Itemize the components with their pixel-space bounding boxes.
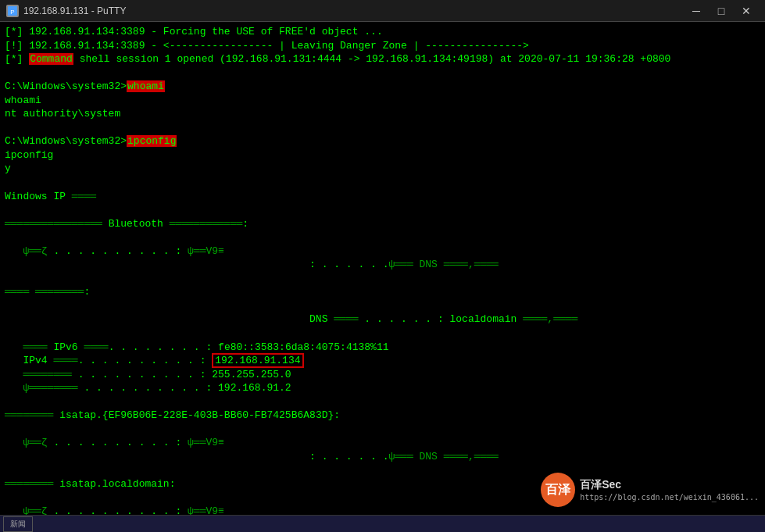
terminal-line: [5, 395, 760, 409]
terminal-line: [5, 272, 760, 286]
watermark-site: 百泽Sec: [580, 477, 759, 492]
terminal-line: C:\Windows\system32>ipconfig: [5, 134, 760, 148]
terminal-line: y: [5, 162, 760, 176]
terminal-line: ════════════════ Bluetooth ════════════:: [5, 217, 760, 231]
terminal-line: nt authority\system: [5, 107, 760, 121]
svg-text:P: P: [10, 9, 14, 16]
terminal-line: [5, 423, 760, 437]
ip-address-highlight: 192.168.91.134: [212, 353, 303, 368]
watermark: 百泽 百泽Sec https://blog.csdn.net/weixin_43…: [534, 470, 765, 510]
terminal-line: [5, 121, 760, 135]
maximize-button[interactable]: □: [709, 0, 734, 22]
terminal-line: Windows IP ════: [5, 190, 760, 204]
minimize-button[interactable]: ─: [684, 0, 709, 22]
terminal-line: ψ══ζ . . . . . . . . . . : ψ══V9≡: [5, 436, 760, 450]
terminal-line: [5, 327, 760, 341]
terminal-line: : . . . . . .ψ═══ DNS ════,════: [5, 258, 760, 272]
taskbar: 新闻: [0, 515, 765, 532]
terminal-line: [5, 230, 760, 245]
terminal-line: [5, 66, 760, 80]
terminal-line: [*] 192.168.91.134:3389 - Forcing the US…: [5, 25, 760, 39]
close-button[interactable]: ✕: [734, 0, 759, 22]
terminal-line: C:\Windows\system32>whoami: [5, 80, 760, 94]
terminal-line: ψ════════ . . . . . . . . . . : 192.168.…: [5, 381, 760, 395]
terminal-line: DNS ════ . . . . . . : localdomain ════,…: [5, 312, 760, 327]
terminal-line: ════════ isatap.{EF96B06E-228E-403B-BB60…: [5, 409, 760, 423]
terminal-line: IPv4 ════. . . . . . . . . . : 192.168.9…: [5, 354, 760, 368]
watermark-url: https://blog.csdn.net/weixin_436061...: [580, 492, 759, 503]
window-title: 192.168.91.131 - PuTTY: [23, 5, 126, 16]
putty-icon: P: [6, 5, 19, 17]
terminal-line: [*] Command shell session 1 opened (192.…: [5, 52, 760, 66]
watermark-info: 百泽Sec https://blog.csdn.net/weixin_43606…: [580, 477, 759, 502]
window-controls: ─ □ ✕: [684, 0, 759, 22]
terminal-line: whoami: [5, 94, 760, 108]
terminal-line: [!] 192.168.91.134:3389 - <-------------…: [5, 39, 760, 53]
watermark-logo: 百泽: [541, 473, 575, 507]
terminal-line: ════ ════════:: [5, 285, 760, 299]
terminal-line: [5, 176, 760, 190]
terminal-line: ipconfig: [5, 148, 760, 162]
terminal-line: [5, 203, 760, 217]
terminal-line: ψ══ζ . . . . . . . . . . : ψ══V9≡: [5, 245, 760, 259]
terminal-line: ════════ . . . . . . . . . . : 255.255.2…: [5, 368, 760, 382]
terminal-line: [5, 299, 760, 313]
command-highlight: Command: [29, 53, 73, 65]
taskbar-item[interactable]: 新闻: [3, 516, 33, 532]
whoami-highlight: whoami: [127, 80, 165, 92]
terminal-line: ════ IPv6 ════. . . . . . . . : fe80::35…: [5, 341, 760, 355]
terminal-line: : . . . . . .ψ═══ DNS ════,════: [5, 450, 760, 464]
title-bar-left: P 192.168.91.131 - PuTTY: [6, 5, 126, 17]
terminal[interactable]: [*] 192.168.91.134:3389 - Forcing the US…: [0, 22, 765, 532]
title-bar: P 192.168.91.131 - PuTTY ─ □ ✕: [0, 0, 765, 22]
ipconfig-highlight: ipconfig: [127, 135, 177, 147]
